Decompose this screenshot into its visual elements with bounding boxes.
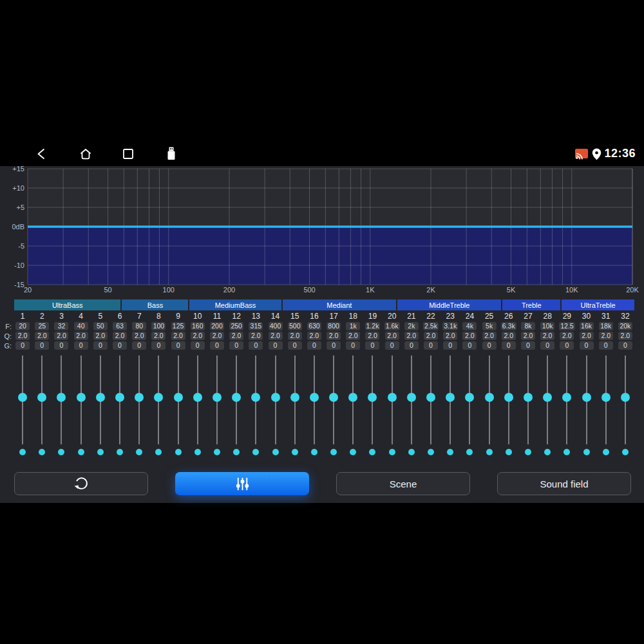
slider-knob[interactable] <box>348 393 357 402</box>
band-slider-23[interactable] <box>440 355 460 444</box>
usb-status <box>164 146 179 162</box>
band-slider-28[interactable] <box>538 355 557 444</box>
slider-knob[interactable] <box>407 393 416 402</box>
band-slider-22[interactable] <box>421 355 440 444</box>
band-slider-26[interactable] <box>499 355 518 444</box>
cast-status <box>574 146 589 162</box>
band-indicator-dot <box>603 449 609 455</box>
band-g-value: 0 <box>171 341 185 350</box>
band-slider-12[interactable] <box>227 355 246 444</box>
band-slider-29[interactable] <box>557 355 576 444</box>
slider-knob[interactable] <box>37 393 46 402</box>
band-slider-20[interactable] <box>383 355 402 444</box>
slider-knob[interactable] <box>18 393 27 402</box>
slider-knob[interactable] <box>621 393 630 402</box>
slider-knob[interactable] <box>504 393 513 402</box>
slider-knob[interactable] <box>465 393 474 402</box>
band-slider-10[interactable] <box>188 355 207 444</box>
recents-button[interactable] <box>120 146 136 162</box>
home-button[interactable] <box>78 146 93 162</box>
band-q-value: 2.0 <box>618 332 632 340</box>
band-f-value: 63 <box>113 322 127 330</box>
band-slider-14[interactable] <box>265 355 285 444</box>
band-number: 15 <box>290 311 299 321</box>
band-slider-7[interactable] <box>129 355 149 444</box>
band-column-15: 155002.00 <box>285 311 305 350</box>
slider-knob[interactable] <box>426 393 435 402</box>
band-dot-col <box>149 449 168 455</box>
band-slider-13[interactable] <box>246 355 265 444</box>
slider-knob[interactable] <box>251 393 260 402</box>
band-slider-6[interactable] <box>110 355 129 444</box>
band-slider-2[interactable] <box>32 355 52 444</box>
slider-knob[interactable] <box>290 393 299 402</box>
slider-knob[interactable] <box>562 393 571 402</box>
slider-knob[interactable] <box>310 393 319 402</box>
sound-field-button[interactable]: Sound field <box>497 472 631 495</box>
band-g-value: 0 <box>269 341 283 350</box>
slider-knob[interactable] <box>368 393 377 402</box>
band-slider-16[interactable] <box>305 355 324 444</box>
band-slider-11[interactable] <box>207 355 227 444</box>
band-slider-18[interactable] <box>343 355 363 444</box>
band-g-value: 0 <box>580 341 594 350</box>
band-slider-1[interactable] <box>13 355 32 444</box>
reset-button[interactable] <box>14 472 148 495</box>
band-number: 31 <box>601 311 610 321</box>
band-slider-9[interactable] <box>169 355 188 444</box>
band-slider-30[interactable] <box>576 355 596 444</box>
slider-knob[interactable] <box>135 393 144 402</box>
band-slider-8[interactable] <box>149 355 168 444</box>
slider-knob[interactable] <box>213 393 222 402</box>
slider-knob[interactable] <box>524 393 533 402</box>
slider-knob[interactable] <box>329 393 338 402</box>
slider-knob[interactable] <box>77 393 86 402</box>
slider-knob[interactable] <box>96 393 105 402</box>
slider-knob[interactable] <box>446 393 455 402</box>
slider-knob[interactable] <box>601 393 611 402</box>
slider-knob[interactable] <box>388 393 397 402</box>
band-slider-27[interactable] <box>518 355 538 444</box>
band-number: 30 <box>582 311 591 321</box>
row-label: G: <box>0 341 13 350</box>
band-f-value: 125 <box>171 322 185 330</box>
band-slider-19[interactable] <box>363 355 382 444</box>
usb-drive-icon <box>166 146 177 162</box>
x-tick-label: 1K <box>366 286 375 294</box>
sound-field-button-label: Sound field <box>540 478 588 489</box>
band-q-value: 2.0 <box>93 332 108 340</box>
band-indicator-dot <box>544 449 551 455</box>
back-button[interactable] <box>34 146 50 162</box>
slider-knob[interactable] <box>174 393 183 402</box>
band-slider-17[interactable] <box>324 355 343 444</box>
band-slider-15[interactable] <box>285 355 305 444</box>
band-f-value: 16k <box>580 322 594 330</box>
band-number: 6 <box>118 311 122 321</box>
slider-knob[interactable] <box>154 393 163 402</box>
band-slider-24[interactable] <box>460 355 479 444</box>
band-q-value: 2.0 <box>288 332 302 340</box>
band-g-value: 0 <box>229 341 243 350</box>
band-g-value: 0 <box>93 341 108 350</box>
slider-knob[interactable] <box>57 393 66 402</box>
band-f-value: 4k <box>462 322 477 330</box>
slider-knob[interactable] <box>582 393 591 402</box>
band-slider-4[interactable] <box>71 355 91 444</box>
band-slider-31[interactable] <box>596 355 616 444</box>
band-slider-25[interactable] <box>480 355 499 444</box>
slider-knob[interactable] <box>485 393 494 402</box>
equalizer-button[interactable] <box>175 472 309 495</box>
slider-knob[interactable] <box>271 393 280 402</box>
x-tick-label: 2K <box>426 286 435 294</box>
slider-knob[interactable] <box>193 393 202 402</box>
scene-button[interactable]: Scene <box>336 472 470 495</box>
slider-knob[interactable] <box>115 393 124 402</box>
slider-knob[interactable] <box>543 393 552 402</box>
band-column-4: 4402.00 <box>71 311 91 350</box>
slider-knob[interactable] <box>232 393 241 402</box>
band-slider-32[interactable] <box>616 355 635 444</box>
band-column-26: 266.3k2.00 <box>499 311 518 350</box>
band-slider-21[interactable] <box>402 355 421 444</box>
band-slider-5[interactable] <box>91 355 110 444</box>
band-slider-3[interactable] <box>52 355 71 444</box>
